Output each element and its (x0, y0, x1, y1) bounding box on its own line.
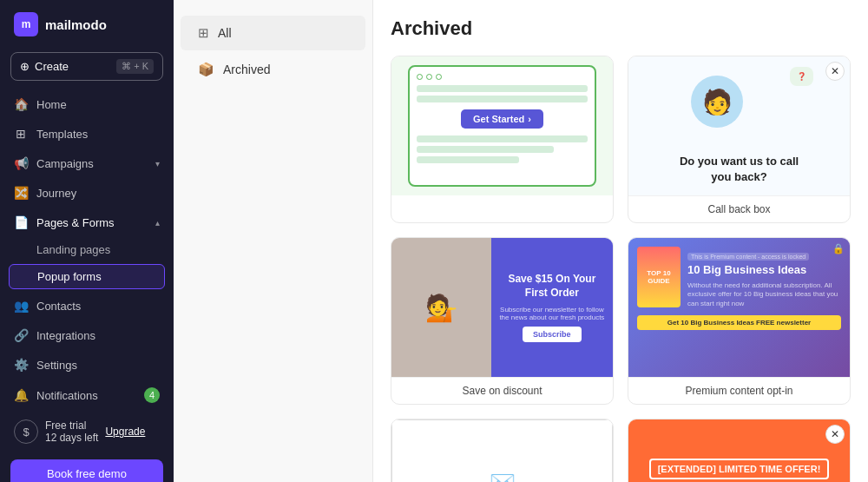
middle-panel: ⊞ All 📦 Archived (174, 0, 373, 482)
template-card-premium[interactable]: 🔒 TOP 10 GUIDE This is Premium content -… (628, 237, 851, 405)
content-line (417, 96, 588, 102)
sidebar-item-pages-forms[interactable]: 📄 Pages & Forms ▴ (0, 208, 174, 237)
sidebar-item-contacts[interactable]: 👥 Contacts (0, 291, 174, 320)
discount-button: Subscribe (523, 327, 582, 342)
pages-forms-icon: 📄 (14, 215, 28, 229)
sidebar-item-journey[interactable]: 🔀 Journey (0, 178, 174, 208)
discount-title: Save $15 On Your First Order (498, 273, 606, 300)
sidebar-item-home[interactable]: 🏠 Home (0, 89, 174, 119)
template-card-get-started[interactable]: Get Started › (391, 56, 614, 223)
card-image-extended: ✕ [EXTENDED] LIMITED TIME OFFER! 🐝✨ (628, 419, 850, 482)
close-icon[interactable]: ✕ (825, 62, 845, 81)
sidebar-item-landing-pages[interactable]: Landing pages (0, 237, 174, 262)
template-label-call-back: Call back box (628, 195, 850, 222)
dot3 (436, 74, 442, 80)
card-image-call-back-small: ✉️ Do you want us to call you back? (391, 419, 613, 482)
free-trial-label: Free trial (45, 419, 98, 432)
dot1 (417, 74, 423, 80)
content-line (417, 135, 588, 142)
sidebar-item-notifications[interactable]: 🔔 Notifications 4 (0, 380, 174, 411)
archive-icon: 📦 (198, 62, 214, 77)
chevron-down-icon: ▾ (155, 159, 160, 168)
middle-item-all[interactable]: ⊞ All (181, 16, 365, 50)
days-left-label: 12 days left (45, 432, 98, 444)
template-grid: Get Started › ✕ 🧑 ❓ Do you wa (391, 56, 851, 482)
premium-cover: TOP 10 GUIDE (637, 247, 681, 307)
create-shortcut: ⌘ + K (116, 59, 154, 74)
integrations-icon: 🔗 (14, 328, 28, 342)
notifications-badge: 4 (144, 387, 160, 403)
plus-icon: ⊕ (20, 60, 30, 73)
premium-top: TOP 10 GUIDE This is Premium content - a… (637, 247, 841, 308)
browser-mockup: Get Started › (408, 65, 596, 187)
template-card-call-back-small[interactable]: ✉️ Do you want us to call you back? (391, 419, 614, 482)
content-line (417, 85, 588, 92)
card2-text: Do you want us to callyou back? (680, 154, 799, 185)
dot2 (426, 74, 432, 80)
discount-content: Save $15 On Your First Order Subscribe o… (491, 238, 613, 377)
contacts-icon: 👥 (14, 299, 28, 313)
arrow-right-icon: › (528, 114, 531, 124)
discount-subtitle: Subscribe our newsletter to follow the n… (498, 306, 606, 321)
content-line (417, 146, 553, 153)
card-image-premium: 🔒 TOP 10 GUIDE This is Premium content -… (628, 238, 850, 377)
settings-icon: ⚙️ (14, 358, 28, 372)
get-started-btn-preview: Get Started › (461, 109, 543, 129)
speech-bubble: ❓ (790, 67, 813, 86)
sidebar-logo: m mailmodo (0, 0, 174, 49)
premium-cta: Get 10 Big Business Ideas FREE newslette… (637, 315, 841, 330)
sidebar-bottom: 🔔 Notifications 4 $ Free trial 12 days l… (0, 380, 174, 482)
page-title: Archived (391, 17, 851, 40)
premium-text: This is Premium content - access is lock… (687, 247, 841, 308)
discount-illustration: 💁 (391, 238, 491, 377)
logo-text: mailmodo (45, 17, 107, 32)
card-image-discount: 💁 Save $15 On Your First Order Subscribe… (391, 238, 613, 377)
sidebar-item-integrations[interactable]: 🔗 Integrations (0, 320, 174, 350)
content-line (417, 156, 519, 163)
middle-item-archived[interactable]: 📦 Archived (181, 52, 365, 87)
book-demo-button[interactable]: Book free demo (10, 459, 163, 482)
template-card-extended[interactable]: ✕ [EXTENDED] LIMITED TIME OFFER! 🐝✨ (628, 419, 851, 482)
create-button[interactable]: ⊕ Create ⌘ + K (10, 52, 163, 81)
free-trial-icon: $ (14, 419, 38, 444)
card-image-get-started: Get Started › (391, 56, 613, 195)
free-trial-box: $ Free trial 12 days left Upgrade (0, 411, 174, 452)
logo-icon: m (14, 12, 38, 36)
sidebar-item-templates[interactable]: ⊞ Templates (0, 119, 174, 149)
sidebar-item-campaigns[interactable]: 📢 Campaigns ▾ (0, 149, 174, 178)
premium-tag: This is Premium content - access is lock… (687, 253, 809, 261)
bell-icon: 🔔 (14, 388, 28, 402)
sidebar-item-popup-forms[interactable]: Popup forms (9, 264, 165, 289)
close-icon[interactable]: ✕ (825, 425, 845, 444)
template-card-discount[interactable]: 💁 Save $15 On Your First Order Subscribe… (391, 237, 614, 405)
person-illustration: 🧑 (691, 76, 743, 128)
card2-illustration: 🧑 ❓ (639, 67, 839, 149)
campaigns-icon: 📢 (14, 156, 28, 170)
main-content: Archived Get Started › (373, 0, 868, 482)
card-image-call-back: ✕ 🧑 ❓ Do you want us to callyou back? (628, 56, 850, 195)
phone-icon: ✉️ (490, 470, 516, 483)
template-label-discount: Save on discount (391, 377, 613, 404)
sidebar-item-settings[interactable]: ⚙️ Settings (0, 350, 174, 380)
grid-icon: ⊞ (198, 25, 209, 41)
premium-heading: 10 Big Business Ideas (687, 263, 841, 278)
extended-title: [EXTENDED] LIMITED TIME OFFER! (649, 459, 830, 479)
template-label-premium: Premium content opt-in (628, 377, 850, 404)
lock-icon: 🔒 (832, 243, 845, 254)
templates-icon: ⊞ (14, 127, 28, 141)
sidebar: m mailmodo ⊕ Create ⌘ + K 🏠 Home ⊞ Templ… (0, 0, 174, 482)
upgrade-link[interactable]: Upgrade (105, 426, 145, 438)
chevron-up-icon: ▴ (155, 218, 160, 228)
home-icon: 🏠 (14, 97, 28, 111)
template-card-call-back[interactable]: ✕ 🧑 ❓ Do you want us to callyou back? Ca… (628, 56, 851, 223)
journey-icon: 🔀 (14, 186, 28, 200)
premium-desc: Without the need for additional subscrip… (687, 281, 841, 308)
